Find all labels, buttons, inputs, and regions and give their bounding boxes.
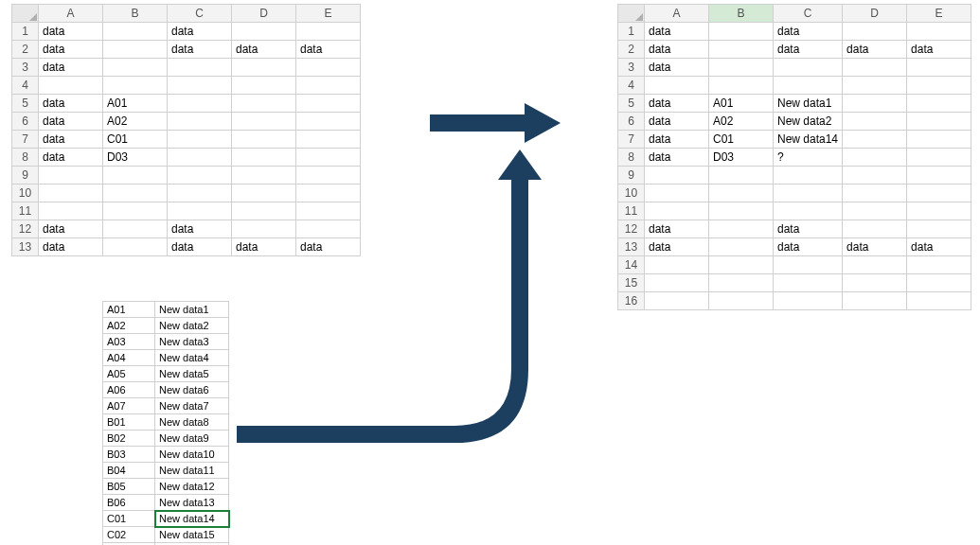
cell[interactable]: data: [39, 238, 103, 256]
cell[interactable]: [907, 256, 971, 274]
lookup-value[interactable]: New data11: [155, 463, 229, 479]
cell[interactable]: [645, 292, 709, 310]
cell[interactable]: C01: [709, 131, 774, 149]
cell[interactable]: [232, 23, 296, 41]
cell[interactable]: [296, 59, 361, 77]
cell[interactable]: data: [168, 23, 232, 41]
cell[interactable]: data: [843, 41, 907, 59]
lookup-row[interactable]: A02New data2: [103, 318, 229, 334]
row-header[interactable]: 11: [12, 202, 39, 220]
row-header[interactable]: 9: [618, 167, 645, 185]
lookup-row[interactable]: B02New data9: [103, 431, 229, 447]
cell[interactable]: [774, 59, 843, 77]
lookup-value[interactable]: New data1: [155, 302, 229, 318]
col-header-b-selected[interactable]: B: [709, 5, 774, 23]
lookup-row[interactable]: B05New data12: [103, 479, 229, 495]
cell[interactable]: [168, 113, 232, 131]
cell[interactable]: [103, 185, 168, 202]
col-header-e[interactable]: E: [907, 5, 971, 23]
cell[interactable]: [907, 131, 971, 149]
cell[interactable]: data: [168, 220, 232, 238]
lookup-row[interactable]: B06New data13: [103, 495, 229, 511]
cell[interactable]: A02: [103, 113, 168, 131]
lookup-row[interactable]: A06New data6: [103, 382, 229, 398]
cell[interactable]: [103, 41, 168, 59]
cell[interactable]: [709, 220, 774, 238]
col-header-b[interactable]: B: [103, 5, 168, 23]
cell[interactable]: [843, 59, 907, 77]
cell[interactable]: [709, 23, 774, 41]
cell[interactable]: [709, 256, 774, 274]
cell[interactable]: [843, 292, 907, 310]
cell[interactable]: [774, 167, 843, 185]
col-header-c[interactable]: C: [168, 5, 232, 23]
row-header[interactable]: 9: [12, 167, 39, 185]
cell[interactable]: [232, 77, 296, 95]
cell[interactable]: [709, 167, 774, 185]
row-header[interactable]: 12: [12, 220, 39, 238]
cell[interactable]: data: [39, 41, 103, 59]
cell[interactable]: data: [774, 220, 843, 238]
lookup-row[interactable]: A01New data1: [103, 302, 229, 318]
row-header[interactable]: 1: [12, 23, 39, 41]
lookup-value[interactable]: New data2: [155, 318, 229, 334]
cell[interactable]: data: [645, 149, 709, 167]
right-spreadsheet[interactable]: A B C D E 1datadata 2datadatadatadata 3d…: [617, 4, 971, 310]
row-header[interactable]: 7: [618, 131, 645, 149]
col-header-d[interactable]: D: [232, 5, 296, 23]
cell[interactable]: [843, 274, 907, 292]
row-header[interactable]: 4: [618, 77, 645, 95]
row-header[interactable]: 3: [618, 59, 645, 77]
lookup-row[interactable]: A03New data3: [103, 334, 229, 350]
lookup-value[interactable]: New data13: [155, 495, 229, 511]
lookup-value[interactable]: New data8: [155, 414, 229, 431]
lookup-row[interactable]: B04New data11: [103, 463, 229, 479]
lookup-value[interactable]: New data12: [155, 479, 229, 495]
cell[interactable]: [843, 77, 907, 95]
cell[interactable]: [296, 23, 361, 41]
cell[interactable]: D03: [709, 149, 774, 167]
cell[interactable]: [843, 167, 907, 185]
row-header[interactable]: 7: [12, 131, 39, 149]
lookup-key[interactable]: A01: [103, 302, 155, 318]
col-header-e[interactable]: E: [296, 5, 361, 23]
cell[interactable]: [709, 77, 774, 95]
cell[interactable]: [843, 202, 907, 220]
cell[interactable]: [907, 167, 971, 185]
row-header[interactable]: 14: [618, 256, 645, 274]
cell[interactable]: [774, 292, 843, 310]
cell[interactable]: data: [168, 41, 232, 59]
lookup-key[interactable]: A05: [103, 366, 155, 382]
lookup-key[interactable]: B04: [103, 463, 155, 479]
cell[interactable]: [709, 292, 774, 310]
cell[interactable]: [168, 131, 232, 149]
lookup-key[interactable]: B06: [103, 495, 155, 511]
lookup-row[interactable]: C02New data15: [103, 527, 229, 543]
lookup-key[interactable]: B02: [103, 431, 155, 447]
cell[interactable]: data: [645, 41, 709, 59]
cell[interactable]: [907, 77, 971, 95]
cell[interactable]: data: [39, 131, 103, 149]
lookup-value[interactable]: New data5: [155, 366, 229, 382]
row-header[interactable]: 13: [12, 238, 39, 256]
cell[interactable]: [709, 274, 774, 292]
cell[interactable]: data: [39, 113, 103, 131]
lookup-key[interactable]: B05: [103, 479, 155, 495]
cell[interactable]: data: [645, 113, 709, 131]
cell[interactable]: [168, 149, 232, 167]
cell[interactable]: data: [645, 95, 709, 113]
col-header-d[interactable]: D: [843, 5, 907, 23]
cell[interactable]: [103, 167, 168, 185]
lookup-value[interactable]: New data3: [155, 334, 229, 350]
cell[interactable]: data: [907, 41, 971, 59]
cell[interactable]: [103, 238, 168, 256]
lookup-value[interactable]: New data6: [155, 382, 229, 398]
cell[interactable]: [843, 131, 907, 149]
lookup-value[interactable]: New data4: [155, 350, 229, 366]
lookup-key[interactable]: B03: [103, 447, 155, 463]
lookup-key[interactable]: A06: [103, 382, 155, 398]
cell[interactable]: [709, 202, 774, 220]
cell[interactable]: [843, 95, 907, 113]
cell[interactable]: [103, 77, 168, 95]
select-all-corner[interactable]: [12, 5, 39, 23]
